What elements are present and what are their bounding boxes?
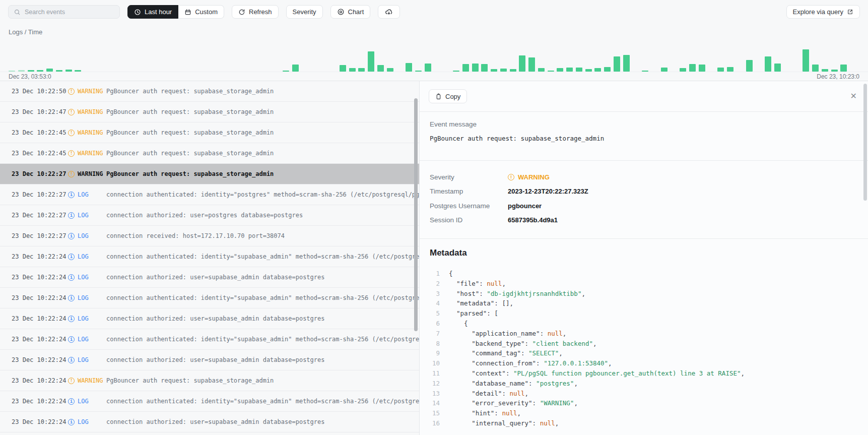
severity-badge: iLOG — [68, 253, 106, 260]
axis-start-label: Dec 23, 03:53:0 — [9, 73, 51, 80]
log-row[interactable]: 23 Dec 10:22:24iLOGconnection authentica… — [0, 246, 419, 267]
chart-bar[interactable] — [765, 56, 771, 72]
download-logs-button[interactable] — [378, 5, 400, 19]
code-content: "database_name": "postgres", — [449, 379, 578, 389]
chart-bar[interactable] — [387, 68, 393, 72]
log-row[interactable]: 23 Dec 10:22:45!WARNINGPgBouncer auth re… — [0, 122, 419, 143]
log-row[interactable]: 23 Dec 10:22:50!WARNINGPgBouncer auth re… — [0, 81, 419, 102]
chart-bar[interactable] — [472, 64, 479, 72]
chart-bar[interactable] — [292, 65, 299, 72]
log-row[interactable]: 23 Dec 10:22:47!WARNINGPgBouncer auth re… — [0, 102, 419, 122]
chart-bar[interactable] — [680, 68, 686, 72]
last-hour-button[interactable]: Last hour — [127, 5, 178, 19]
chart-bar[interactable] — [840, 65, 847, 72]
chart-bar-slot — [689, 41, 699, 72]
chart-bar[interactable] — [699, 65, 705, 72]
detail-row: Session ID6587395b.4d9a1 — [430, 213, 858, 228]
code-content: "host": "db-igdjkhtjrsnanhdktibb", — [449, 289, 585, 299]
logs-explorer-app: Last hour Custom Refresh Severity Chart … — [0, 0, 868, 435]
severity-badge: !WARNING — [68, 150, 106, 157]
log-row[interactable]: 23 Dec 10:22:24!WARNINGPgBouncer auth re… — [0, 370, 419, 391]
log-row[interactable]: 23 Dec 10:22:24iLOGconnection authorized… — [0, 412, 419, 432]
chart-bar[interactable] — [368, 51, 374, 72]
log-row[interactable]: 23 Dec 10:22:45!WARNINGPgBouncer auth re… — [0, 143, 419, 164]
chart-bar[interactable] — [528, 57, 535, 72]
code-content: "error_severity": "WARNING", — [449, 398, 578, 408]
chart-bar[interactable] — [614, 56, 620, 72]
chart-bar-slot — [519, 41, 528, 72]
log-timestamp: 23 Dec 10:22:24 — [12, 274, 68, 281]
line-number: 1 — [430, 269, 440, 279]
chart-bar[interactable] — [717, 68, 724, 72]
severity-filter-button[interactable]: Severity — [286, 5, 323, 19]
chart-bar[interactable] — [377, 65, 384, 72]
code-line: 12 "database_name": "postgres", — [430, 379, 858, 389]
log-message: PgBouncer auth request: supabase_storage… — [106, 150, 419, 157]
log-row[interactable]: iLOG — [0, 432, 419, 435]
log-row[interactable]: 23 Dec 10:22:24iLOGconnection authorized… — [0, 267, 419, 288]
log-timestamp: 23 Dec 10:22:24 — [12, 377, 68, 384]
log-timestamp: 23 Dec 10:22:27 — [12, 191, 68, 198]
chart-bar[interactable] — [425, 64, 431, 72]
chart-bar[interactable] — [349, 68, 356, 72]
chart-bar[interactable] — [727, 67, 733, 72]
chart-bar-slot — [84, 41, 94, 72]
chart-bar[interactable] — [481, 64, 488, 72]
chart-bar-slot — [245, 41, 254, 72]
code-content: "connection_from": "127.0.0.1:53840", — [449, 358, 612, 368]
chart-bar-slot — [406, 41, 415, 72]
chart-bar[interactable] — [519, 55, 525, 72]
detail-row: Timestamp2023-12-23T20:22:27.323Z — [430, 184, 858, 199]
chart-bar[interactable] — [406, 63, 412, 72]
chart-bar[interactable] — [557, 68, 563, 72]
info-icon: i — [68, 357, 75, 363]
chart-bar[interactable] — [462, 64, 469, 72]
custom-range-button[interactable]: Custom — [178, 5, 224, 19]
log-row[interactable]: 23 Dec 10:22:27!WARNINGPgBouncer auth re… — [0, 164, 419, 184]
log-row[interactable]: 23 Dec 10:22:24iLOGconnection authentica… — [0, 288, 419, 308]
chart-bar[interactable] — [812, 65, 819, 72]
chart-toggle-button[interactable]: Chart — [330, 5, 371, 19]
chart-bar[interactable] — [594, 68, 601, 72]
log-row[interactable]: 23 Dec 10:22:24iLOGconnection authentica… — [0, 329, 419, 350]
severity-label: LOG — [78, 398, 89, 405]
severity-label: LOG — [78, 191, 89, 198]
explore-via-query-button[interactable]: Explore via query — [786, 5, 860, 19]
chart-bar[interactable] — [538, 68, 545, 72]
chart-bar[interactable] — [576, 68, 582, 72]
warning-icon: ! — [68, 171, 75, 177]
refresh-button[interactable]: Refresh — [232, 5, 279, 19]
log-row[interactable]: 23 Dec 10:22:24iLOGconnection authorized… — [0, 308, 419, 329]
log-list-scrollbar[interactable] — [414, 98, 418, 331]
chart-x-axis: Dec 23, 03:53:0 Dec 23, 10:23:0 — [0, 72, 868, 81]
chart-bar[interactable] — [746, 60, 753, 72]
bar-chart — [9, 41, 860, 72]
search-input[interactable] — [25, 9, 114, 16]
log-timestamp: 23 Dec 10:22:24 — [12, 398, 68, 405]
log-row[interactable]: 23 Dec 10:22:27iLOGconnection received: … — [0, 226, 419, 246]
close-icon[interactable]: ✕ — [848, 90, 859, 102]
chart-bar[interactable] — [623, 55, 630, 72]
chart-bar[interactable] — [689, 64, 696, 72]
log-row[interactable]: 23 Dec 10:22:24iLOGconnection authorized… — [0, 350, 419, 370]
chart-bar[interactable] — [340, 65, 346, 72]
chart-bar-slot — [56, 41, 65, 72]
chart-bar[interactable] — [358, 68, 365, 72]
detail-scrollbar[interactable] — [863, 84, 867, 201]
metadata-json-viewer[interactable]: 1{2 "file": null,3 "host": "db-igdjkhtjr… — [430, 269, 858, 428]
search-input-wrapper[interactable] — [8, 5, 120, 19]
chart-bar-slot — [822, 41, 831, 72]
chart-bar[interactable] — [566, 68, 573, 72]
chart-bar[interactable] — [803, 49, 809, 72]
log-row[interactable]: 23 Dec 10:22:27iLOGconnection authentica… — [0, 184, 419, 205]
chart-bar[interactable] — [774, 64, 781, 72]
log-row[interactable]: 23 Dec 10:22:24iLOGconnection authentica… — [0, 391, 419, 412]
detail-label: Session ID — [430, 216, 508, 224]
copy-button[interactable]: Copy — [429, 89, 467, 103]
severity-badge: !WARNING — [68, 170, 106, 177]
chart-bar[interactable] — [661, 68, 667, 72]
chart-bar-slot — [273, 41, 283, 72]
log-row[interactable]: 23 Dec 10:22:27iLOGconnection authorized… — [0, 205, 419, 226]
chart-bar-slot — [557, 41, 566, 72]
chart-bar[interactable] — [604, 67, 611, 72]
